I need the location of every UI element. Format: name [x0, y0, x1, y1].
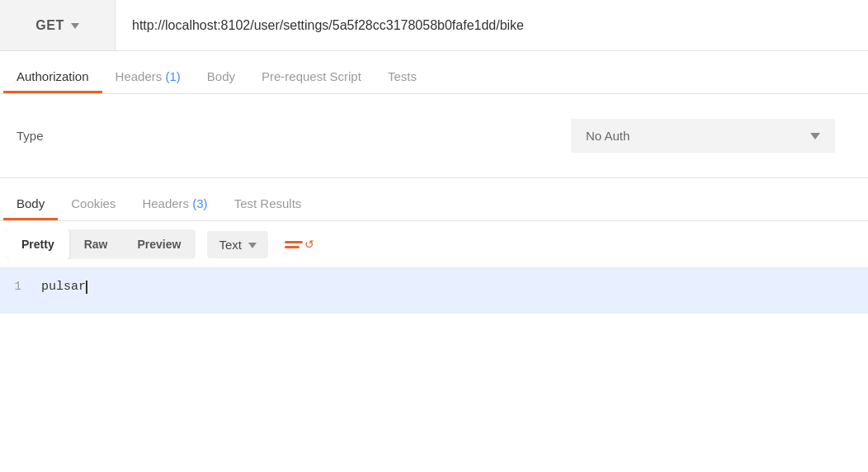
raw-button[interactable]: Raw: [69, 229, 123, 259]
method-selector[interactable]: GET: [0, 0, 116, 50]
auth-type-value: No Auth: [586, 129, 800, 143]
wrap-icon: [285, 241, 303, 248]
type-chevron-icon: [248, 243, 257, 248]
pretty-button[interactable]: Pretty: [7, 229, 69, 259]
auth-section: Type No Auth: [0, 94, 868, 178]
code-area: 1 pulsar: [0, 268, 868, 314]
tab-headers-response[interactable]: Headers (3): [129, 186, 220, 220]
wrap-arrow-icon: ↺: [304, 238, 314, 251]
response-tabs: Body Cookies Headers (3) Test Results: [0, 178, 868, 221]
response-toolbar: Pretty Raw Preview Text ↺: [0, 221, 868, 268]
tab-test-results[interactable]: Test Results: [221, 186, 315, 220]
tab-prerequest[interactable]: Pre-request Script: [248, 59, 375, 93]
method-label: GET: [35, 18, 64, 33]
preview-button[interactable]: Preview: [122, 229, 196, 259]
type-value: Text: [219, 238, 242, 252]
auth-dropdown-chevron-icon: [810, 133, 820, 139]
tab-body-response[interactable]: Body: [3, 186, 58, 220]
tab-body-request[interactable]: Body: [194, 59, 248, 93]
tab-tests[interactable]: Tests: [375, 59, 430, 93]
auth-type-dropdown[interactable]: No Auth: [571, 119, 835, 153]
url-bar[interactable]: http://localhost:8102/user/settings/5a5f…: [116, 0, 868, 51]
code-content[interactable]: pulsar: [33, 280, 868, 302]
request-tabs: Authorization Headers (1) Body Pre-reque…: [0, 51, 868, 94]
headers-badge: (1): [165, 69, 180, 83]
format-group: Pretty Raw Preview: [7, 229, 196, 259]
auth-row: Type No Auth: [17, 119, 851, 153]
headers-response-badge: (3): [192, 196, 207, 210]
top-bar: GET http://localhost:8102/user/settings/…: [0, 0, 868, 51]
method-chevron-icon: [71, 23, 79, 29]
cursor: [86, 281, 87, 294]
tab-cookies[interactable]: Cookies: [58, 186, 129, 220]
type-selector[interactable]: Text: [207, 231, 268, 258]
tab-headers[interactable]: Headers (1): [102, 59, 194, 93]
auth-type-label: Type: [17, 129, 66, 143]
line-numbers: 1: [0, 280, 33, 302]
wrap-button[interactable]: ↺: [276, 233, 323, 256]
tab-authorization[interactable]: Authorization: [3, 59, 102, 93]
